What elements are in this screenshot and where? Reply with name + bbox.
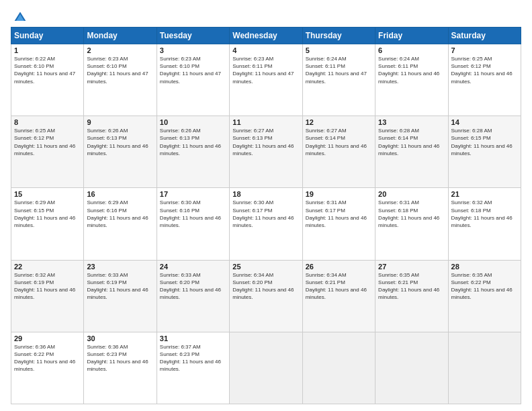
calendar-day-cell: 2 Sunrise: 6:23 AMSunset: 6:10 PMDayligh… [84, 44, 157, 116]
calendar-day-cell: 4 Sunrise: 6:23 AMSunset: 6:11 PMDayligh… [230, 44, 302, 116]
day-info: Sunrise: 6:36 AMSunset: 6:23 PMDaylight:… [87, 344, 148, 373]
calendar-day-cell: 23 Sunrise: 6:33 AMSunset: 6:19 PMDaylig… [84, 260, 157, 332]
day-info: Sunrise: 6:23 AMSunset: 6:11 PMDaylight:… [232, 56, 294, 85]
day-number: 17 [160, 190, 226, 198]
day-info: Sunrise: 6:30 AMSunset: 6:16 PMDaylight:… [160, 199, 221, 228]
calendar-day-cell: 11 Sunrise: 6:27 AMSunset: 6:13 PMDaylig… [230, 116, 302, 188]
calendar-header-row: SundayMondayTuesdayWednesdayThursdayFrid… [11, 28, 521, 44]
calendar-day-cell: 27 Sunrise: 6:35 AMSunset: 6:21 PMDaylig… [375, 260, 448, 332]
day-info: Sunrise: 6:29 AMSunset: 6:16 PMDaylight:… [87, 199, 148, 228]
day-number: 23 [87, 263, 153, 271]
day-number: 2 [87, 46, 153, 54]
calendar-day-cell: 28 Sunrise: 6:35 AMSunset: 6:22 PMDaylig… [448, 260, 521, 332]
calendar-day-cell: 21 Sunrise: 6:32 AMSunset: 6:18 PMDaylig… [448, 188, 521, 260]
calendar-day-cell: 15 Sunrise: 6:29 AMSunset: 6:15 PMDaylig… [11, 188, 84, 260]
day-info: Sunrise: 6:33 AMSunset: 6:20 PMDaylight:… [160, 272, 221, 301]
calendar-day-cell: 7 Sunrise: 6:25 AMSunset: 6:12 PMDayligh… [448, 44, 521, 116]
calendar-day-cell: 30 Sunrise: 6:36 AMSunset: 6:23 PMDaylig… [84, 332, 157, 404]
calendar-header-cell: Sunday [11, 28, 84, 44]
day-number: 19 [306, 190, 372, 198]
calendar-header-cell: Thursday [302, 28, 375, 44]
day-number: 29 [14, 334, 81, 342]
day-number: 31 [160, 334, 226, 342]
day-number: 3 [160, 46, 226, 54]
calendar-day-cell: 1 Sunrise: 6:22 AMSunset: 6:10 PMDayligh… [11, 44, 84, 116]
day-info: Sunrise: 6:26 AMSunset: 6:13 PMDaylight:… [87, 128, 148, 156]
calendar-day-cell [302, 332, 375, 404]
day-info: Sunrise: 6:34 AMSunset: 6:20 PMDaylight:… [232, 272, 294, 301]
day-number: 25 [232, 263, 299, 271]
calendar-day-cell: 25 Sunrise: 6:34 AMSunset: 6:20 PMDaylig… [230, 260, 302, 332]
day-number: 11 [232, 118, 299, 126]
day-number: 7 [451, 46, 518, 54]
calendar-day-cell: 16 Sunrise: 6:29 AMSunset: 6:16 PMDaylig… [84, 188, 157, 260]
day-number: 13 [378, 118, 445, 126]
day-info: Sunrise: 6:28 AMSunset: 6:14 PMDaylight:… [378, 128, 439, 156]
day-info: Sunrise: 6:22 AMSunset: 6:10 PMDaylight:… [14, 56, 75, 85]
calendar-body: 1 Sunrise: 6:22 AMSunset: 6:10 PMDayligh… [11, 44, 521, 404]
day-number: 9 [87, 118, 153, 126]
calendar-day-cell: 26 Sunrise: 6:34 AMSunset: 6:21 PMDaylig… [302, 260, 375, 332]
day-number: 15 [14, 190, 81, 198]
day-info: Sunrise: 6:29 AMSunset: 6:15 PMDaylight:… [14, 199, 75, 228]
day-info: Sunrise: 6:31 AMSunset: 6:17 PMDaylight:… [306, 199, 367, 228]
calendar-week-row: 1 Sunrise: 6:22 AMSunset: 6:10 PMDayligh… [11, 44, 521, 116]
day-info: Sunrise: 6:30 AMSunset: 6:17 PMDaylight:… [232, 199, 294, 228]
calendar-day-cell: 9 Sunrise: 6:26 AMSunset: 6:13 PMDayligh… [84, 116, 157, 188]
day-number: 22 [14, 263, 81, 271]
day-number: 5 [306, 46, 372, 54]
day-info: Sunrise: 6:33 AMSunset: 6:19 PMDaylight:… [87, 272, 148, 301]
day-info: Sunrise: 6:27 AMSunset: 6:13 PMDaylight:… [232, 128, 294, 156]
day-number: 18 [232, 190, 299, 198]
day-number: 26 [306, 263, 372, 271]
calendar-header-cell: Wednesday [230, 28, 302, 44]
calendar-day-cell: 6 Sunrise: 6:24 AMSunset: 6:11 PMDayligh… [375, 44, 448, 116]
calendar-week-row: 15 Sunrise: 6:29 AMSunset: 6:15 PMDaylig… [11, 188, 521, 260]
day-number: 6 [378, 46, 445, 54]
calendar-day-cell: 19 Sunrise: 6:31 AMSunset: 6:17 PMDaylig… [302, 188, 375, 260]
calendar-day-cell: 14 Sunrise: 6:28 AMSunset: 6:15 PMDaylig… [448, 116, 521, 188]
page: SundayMondayTuesdayWednesdayThursdayFrid… [0, 0, 532, 411]
calendar-header-cell: Tuesday [157, 28, 229, 44]
day-number: 21 [451, 190, 518, 198]
calendar-day-cell: 29 Sunrise: 6:36 AMSunset: 6:22 PMDaylig… [11, 332, 84, 404]
calendar-day-cell: 10 Sunrise: 6:26 AMSunset: 6:13 PMDaylig… [157, 116, 229, 188]
day-number: 16 [87, 190, 153, 198]
calendar-day-cell: 8 Sunrise: 6:25 AMSunset: 6:12 PMDayligh… [11, 116, 84, 188]
day-info: Sunrise: 6:37 AMSunset: 6:23 PMDaylight:… [160, 344, 221, 373]
calendar-day-cell: 20 Sunrise: 6:31 AMSunset: 6:18 PMDaylig… [375, 188, 448, 260]
day-number: 1 [14, 46, 81, 54]
calendar-day-cell: 31 Sunrise: 6:37 AMSunset: 6:23 PMDaylig… [157, 332, 229, 404]
header [11, 11, 521, 21]
day-number: 8 [14, 118, 81, 126]
day-info: Sunrise: 6:35 AMSunset: 6:22 PMDaylight:… [451, 272, 513, 301]
calendar-day-cell [448, 332, 521, 404]
day-number: 24 [160, 263, 226, 271]
day-info: Sunrise: 6:24 AMSunset: 6:11 PMDaylight:… [306, 56, 367, 85]
calendar-header-cell: Monday [84, 28, 157, 44]
calendar-header-cell: Saturday [448, 28, 521, 44]
calendar-day-cell: 24 Sunrise: 6:33 AMSunset: 6:20 PMDaylig… [157, 260, 229, 332]
day-info: Sunrise: 6:35 AMSunset: 6:21 PMDaylight:… [378, 272, 439, 301]
day-info: Sunrise: 6:26 AMSunset: 6:13 PMDaylight:… [160, 128, 221, 156]
day-info: Sunrise: 6:25 AMSunset: 6:12 PMDaylight:… [451, 56, 513, 85]
calendar-week-row: 8 Sunrise: 6:25 AMSunset: 6:12 PMDayligh… [11, 116, 521, 188]
calendar-day-cell: 5 Sunrise: 6:24 AMSunset: 6:11 PMDayligh… [302, 44, 375, 116]
day-number: 30 [87, 334, 153, 342]
calendar-table: SundayMondayTuesdayWednesdayThursdayFrid… [11, 27, 521, 404]
calendar-day-cell: 12 Sunrise: 6:27 AMSunset: 6:14 PMDaylig… [302, 116, 375, 188]
day-info: Sunrise: 6:34 AMSunset: 6:21 PMDaylight:… [306, 272, 367, 301]
day-number: 14 [451, 118, 518, 126]
day-info: Sunrise: 6:25 AMSunset: 6:12 PMDaylight:… [14, 128, 75, 156]
day-number: 28 [451, 263, 518, 271]
day-number: 20 [378, 190, 445, 198]
calendar-week-row: 22 Sunrise: 6:32 AMSunset: 6:19 PMDaylig… [11, 260, 521, 332]
calendar-day-cell [375, 332, 448, 404]
calendar-day-cell: 18 Sunrise: 6:30 AMSunset: 6:17 PMDaylig… [230, 188, 302, 260]
logo [11, 11, 27, 21]
day-info: Sunrise: 6:24 AMSunset: 6:11 PMDaylight:… [378, 56, 439, 85]
calendar-day-cell: 17 Sunrise: 6:30 AMSunset: 6:16 PMDaylig… [157, 188, 229, 260]
calendar-day-cell: 3 Sunrise: 6:23 AMSunset: 6:10 PMDayligh… [157, 44, 229, 116]
day-number: 27 [378, 263, 445, 271]
calendar-day-cell: 13 Sunrise: 6:28 AMSunset: 6:14 PMDaylig… [375, 116, 448, 188]
